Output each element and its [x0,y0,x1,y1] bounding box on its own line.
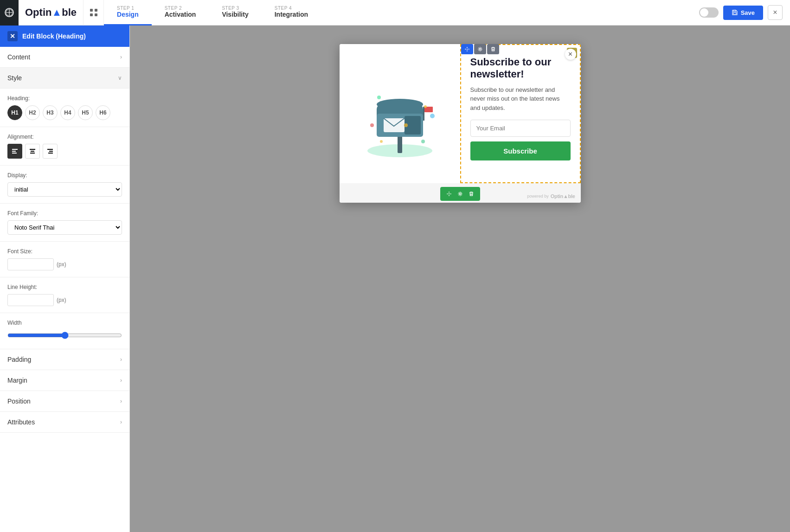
style-section[interactable]: Style ∨ [0,68,129,89]
popup-close-button[interactable]: × [565,49,576,60]
bottom-toolbar-container [340,183,581,203]
wordpress-icon[interactable] [0,0,19,26]
font-family-select[interactable]: Noto Serif Thai Arial Georgia Helvetica [7,220,122,235]
close-button[interactable]: × [768,5,783,20]
step-1-name: Design [117,11,139,18]
mailbox-illustration [358,70,442,158]
position-section[interactable]: Position › [0,391,129,412]
bottom-move-icon [446,191,452,197]
padding-chevron: › [120,356,122,363]
brand-name: Optin▲ble [25,6,77,19]
svg-rect-10 [30,149,35,150]
svg-rect-6 [733,10,736,12]
step-3-number: STEP 3 [222,6,248,11]
align-center-icon [29,148,36,154]
settings-block-button[interactable] [474,44,486,54]
move-block-button[interactable] [461,44,473,54]
line-height-property: Line Height: (px) [0,277,129,313]
svg-rect-13 [47,149,53,150]
brand-logo: Optin▲ble [19,0,83,26]
heading-h1[interactable]: H1 [7,105,22,120]
subscribe-button[interactable]: Subscribe [470,141,571,160]
bottom-delete-button[interactable] [466,189,476,199]
step-1-number: STEP 1 [117,6,139,11]
svg-rect-4 [95,13,97,16]
edit-block-title: Edit Block (Heading) [22,32,86,40]
apps-grid-icon[interactable] [83,0,104,26]
attributes-section[interactable]: Attributes › [0,412,129,433]
content-section[interactable]: Content › [0,47,129,68]
font-family-property: Font Family: Noto Serif Thai Arial Georg… [0,204,129,242]
svg-rect-8 [12,151,16,152]
svg-rect-2 [95,9,97,12]
sidebar: ✕ Edit Block (Heading) Content › Style ∨… [0,26,130,532]
svg-rect-1 [90,9,93,12]
bottom-settings-button[interactable] [455,189,465,199]
heading-label: Heading: [7,95,122,102]
step-4-name: Integration [275,11,308,18]
bottom-settings-icon [457,191,463,197]
svg-rect-14 [49,151,53,152]
toggle-switch[interactable] [699,7,719,18]
step-2-number: STEP 2 [165,6,196,11]
svg-rect-24 [423,107,424,121]
move-icon [464,46,470,52]
edit-block-close[interactable]: ✕ [7,31,18,41]
heading-h5[interactable]: H5 [78,105,93,120]
svg-point-27 [424,105,427,108]
heading-h3[interactable]: H3 [43,105,58,120]
svg-rect-7 [12,149,18,150]
style-label: Style [7,74,22,82]
svg-point-26 [377,96,381,99]
svg-rect-3 [90,13,93,16]
block-toolbar-bottom [440,187,480,201]
width-slider-container [7,330,122,342]
align-left-button[interactable] [7,144,22,159]
powered-by-label: powered by [527,194,549,199]
svg-rect-5 [733,13,736,14]
svg-rect-12 [30,153,35,154]
font-size-label: Font Size: [7,248,122,255]
delete-block-button[interactable] [487,44,499,54]
step-design[interactable]: STEP 1 Design [104,0,152,26]
padding-section[interactable]: Padding › [0,349,129,370]
align-right-button[interactable] [43,144,58,159]
line-height-input[interactable] [7,294,54,306]
email-input[interactable] [470,120,571,137]
display-label: Display: [7,172,122,179]
font-size-input[interactable] [7,258,54,270]
font-size-input-row: (px) [7,258,122,270]
popup-description: Subscribe to our newsletter and never mi… [470,85,571,113]
margin-section[interactable]: Margin › [0,370,129,391]
position-label: Position [7,397,31,405]
heading-property: Heading: H1 H2 H3 H4 H5 H6 [0,89,129,127]
svg-rect-11 [31,151,34,152]
width-label: Width [7,320,122,326]
position-chevron: › [120,398,122,404]
svg-rect-15 [48,153,53,154]
line-height-unit: (px) [57,297,66,303]
save-button[interactable]: Save [723,6,763,20]
step-activation[interactable]: STEP 2 Activation [152,0,209,26]
heading-h6[interactable]: H6 [96,105,110,120]
heading-h4[interactable]: H4 [60,105,75,120]
display-select[interactable]: initial block inline inline-block none [7,182,122,197]
step-2-name: Activation [165,11,196,18]
step-integration[interactable]: STEP 4 Integration [262,0,321,26]
steps-container: STEP 1 Design STEP 2 Activation STEP 3 V… [104,0,699,26]
width-slider[interactable] [7,332,122,339]
attributes-label: Attributes [7,418,35,426]
heading-h2[interactable]: H2 [25,105,40,120]
bottom-delete-icon [469,191,474,197]
align-center-button[interactable] [25,144,40,159]
popup-right: Subscribe to our newsletter! Subscribe t… [460,44,581,183]
font-size-property: Font Size: (px) [0,242,129,277]
step-3-name: Visibility [222,11,248,18]
step-visibility[interactable]: STEP 3 Visibility [209,0,261,26]
bottom-move-button[interactable] [444,189,454,199]
popup-heading: Subscribe to our newsletter! [470,56,571,81]
margin-label: Margin [7,377,27,384]
svg-point-30 [380,140,383,143]
width-property: Width [0,313,129,349]
svg-point-28 [430,114,435,118]
